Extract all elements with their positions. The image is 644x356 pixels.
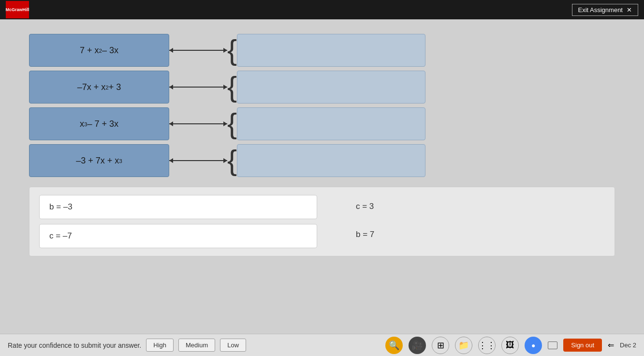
confidence-low-button[interactable]: Low [220,339,246,352]
rate-confidence-label: Rate your confidence to submit your answ… [8,341,141,349]
photo-taskbar-icon[interactable]: 🖼 [501,337,519,354]
match-brace-1: { [227,36,237,65]
match-right-1[interactable] [237,34,425,67]
mcgraw-hill-logo: Mc Graw Hill [6,1,29,18]
apps-taskbar-icon[interactable]: ⋮⋮ [478,337,496,354]
exit-label: Exit Assignment [578,6,623,14]
date-display: Dec 2 [620,341,636,349]
match-right-3[interactable] [237,107,425,140]
answer-b-neg3[interactable]: b = –3 [39,195,317,219]
arrow-line-1 [169,50,227,51]
confidence-high-button[interactable]: High [146,339,174,352]
arrow-line-4 [169,160,227,161]
match-right-2[interactable] [237,71,425,104]
grid-taskbar-icon[interactable]: ⊞ [432,337,449,354]
matching-area: 7 + x2 – 3x { –7x + x2 + 3 { x3 – 7 + 3x [29,34,615,177]
arrow-icon: ⇐ [608,341,614,350]
match-left-3: x3 – 7 + 3x [29,107,169,140]
match-arrow-2 [169,87,227,88]
search-taskbar-icon[interactable]: 🔍 [385,337,403,354]
match-brace-2: { [227,73,237,102]
match-arrow-4 [169,160,227,161]
answer-c-3: c = 3 [346,195,605,218]
main-content: 7 + x2 – 3x { –7x + x2 + 3 { x3 – 7 + 3x [0,19,644,339]
answer-c-neg7[interactable]: c = –7 [39,224,317,248]
bottom-right: 🔍 🎥 ⊞ 📁 ⋮⋮ 🖼 ● Sign out ⇐ Dec 2 [385,337,636,354]
match-right-4[interactable] [237,144,425,177]
bottom-bar: Rate your confidence to submit your answ… [0,334,644,356]
arrow-line-3 [169,123,227,124]
answer-area: b = –3 c = –7 c = 3 b = 7 [29,187,615,256]
match-left-4: –3 + 7x + x3 [29,144,169,177]
confidence-medium-button[interactable]: Medium [178,339,215,352]
sign-out-button[interactable]: Sign out [563,339,602,352]
chrome-taskbar-icon[interactable]: ● [525,337,542,354]
exit-assignment-button[interactable]: Exit Assignment ✕ [572,4,639,16]
match-row-1: 7 + x2 – 3x { [29,34,615,67]
answer-b-7: b = 7 [346,223,605,246]
match-arrow-1 [169,50,227,51]
exit-close-icon: ✕ [627,6,632,14]
video-taskbar-icon[interactable]: 🎥 [409,337,426,354]
match-left-2: –7x + x2 + 3 [29,71,169,104]
match-arrow-3 [169,123,227,124]
arrow-line-2 [169,87,227,88]
match-brace-4: { [227,146,237,175]
answer-right-col: c = 3 b = 7 [327,195,605,248]
answer-left-col: b = –3 c = –7 [39,195,317,248]
bottom-left: Rate your confidence to submit your answ… [8,339,246,352]
match-left-1: 7 + x2 – 3x [29,34,169,67]
folder-taskbar-icon[interactable]: 📁 [455,337,472,354]
window-icon [548,341,557,349]
match-row-4: –3 + 7x + x3 { [29,144,615,177]
match-row-2: –7x + x2 + 3 { [29,71,615,104]
match-row-3: x3 – 7 + 3x { [29,107,615,140]
top-bar: Mc Graw Hill Exit Assignment ✕ [0,0,644,19]
match-brace-3: { [227,109,237,138]
